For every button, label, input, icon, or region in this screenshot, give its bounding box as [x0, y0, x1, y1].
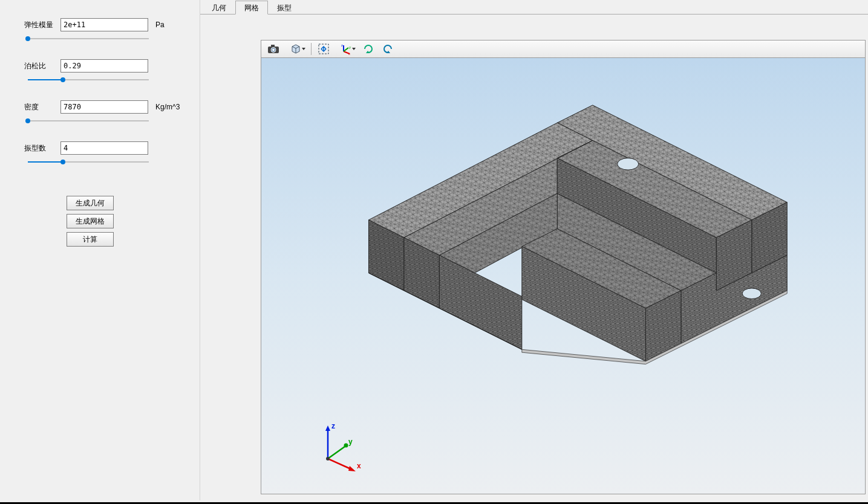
property-slider[interactable]: [28, 76, 149, 83]
tab[interactable]: 几何: [203, 1, 235, 15]
rotate-cw-icon[interactable]: [360, 42, 377, 56]
property-input[interactable]: [60, 141, 148, 155]
main-panel: 几何网格振型 zyx: [200, 0, 868, 500]
property-input[interactable]: [60, 18, 148, 31]
property-label: 弹性模量: [24, 20, 60, 30]
svg-line-7: [344, 48, 348, 51]
svg-point-19: [344, 444, 348, 448]
property-row: 泊松比: [24, 59, 188, 73]
svg-point-24: [326, 457, 330, 460]
property-unit: Pa: [155, 21, 165, 29]
property-row: 振型数: [24, 141, 188, 155]
svg-point-13: [618, 158, 639, 170]
property-slider[interactable]: [28, 117, 149, 124]
property-label: 密度: [24, 102, 60, 112]
svg-rect-1: [271, 45, 275, 47]
toolbar-separator: [311, 43, 312, 55]
tab[interactable]: 网格: [235, 1, 268, 15]
fit-view-icon[interactable]: [315, 42, 332, 56]
svg-line-21: [328, 459, 352, 470]
axis-triad: z y x: [316, 421, 370, 476]
chevron-down-icon: [302, 48, 305, 50]
viewport-toolbar: zyx: [261, 40, 866, 58]
tabs-bar: 几何网格振型: [200, 0, 868, 15]
calculate-button[interactable]: 计算: [67, 232, 114, 247]
generate-mesh-button[interactable]: 生成网格: [67, 214, 114, 228]
property-sidebar: 弹性模量Pa泊松比密度Kg/m^3振型数 生成几何 生成网格 计算: [0, 0, 200, 500]
svg-marker-16: [325, 425, 330, 431]
chevron-down-icon: [352, 48, 356, 50]
property-unit: Kg/m^3: [155, 103, 180, 111]
property-slider[interactable]: [28, 35, 149, 42]
svg-text:y: y: [349, 45, 351, 49]
svg-marker-22: [348, 466, 356, 471]
property-row: 密度Kg/m^3: [24, 100, 188, 114]
screenshot-icon[interactable]: [265, 42, 282, 56]
property-row: 弹性模量Pa: [24, 18, 188, 31]
svg-text:x: x: [348, 52, 350, 55]
view-cube-icon[interactable]: [284, 42, 307, 56]
svg-text:x: x: [357, 462, 361, 470]
property-input[interactable]: [60, 100, 148, 114]
property-slider[interactable]: [28, 158, 149, 166]
generate-geometry-button[interactable]: 生成几何: [67, 196, 114, 210]
axis-triad-icon[interactable]: zyx: [334, 42, 357, 56]
property-label: 泊松比: [24, 61, 60, 71]
svg-line-18: [328, 447, 345, 459]
svg-point-3: [272, 49, 275, 51]
tab[interactable]: 振型: [268, 1, 301, 15]
property-label: 振型数: [24, 143, 60, 153]
property-input[interactable]: [60, 59, 148, 73]
svg-text:z: z: [331, 422, 335, 430]
3d-viewport[interactable]: z y x: [261, 58, 866, 494]
rotate-ccw-icon[interactable]: [379, 42, 396, 56]
svg-text:z: z: [341, 44, 343, 47]
svg-text:y: y: [348, 438, 353, 446]
svg-point-14: [742, 288, 761, 299]
